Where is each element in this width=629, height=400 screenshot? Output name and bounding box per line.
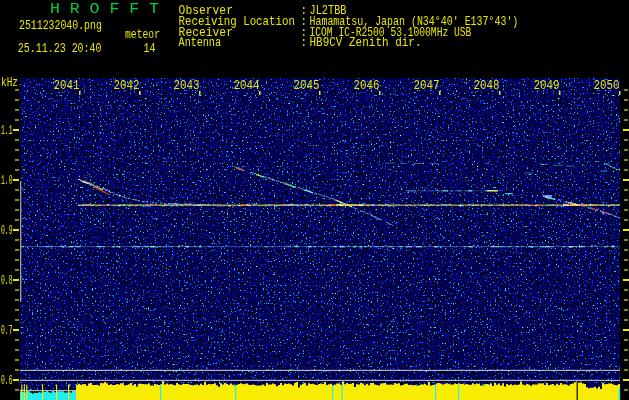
- svg-text:2042: 2042: [114, 78, 140, 92]
- svg-text:14: 14: [144, 42, 156, 55]
- svg-text:2047: 2047: [414, 78, 440, 92]
- svg-text:Antenna: Antenna: [179, 36, 222, 49]
- svg-text:2511232040.png: 2511232040.png: [19, 19, 102, 32]
- svg-text:0.7: 0.7: [1, 323, 12, 338]
- svg-text:H R O F F T: H R O F F T: [50, 0, 159, 17]
- svg-text:2049: 2049: [534, 78, 560, 92]
- svg-text:meteor: meteor: [125, 28, 160, 41]
- svg-text:2044: 2044: [234, 78, 260, 92]
- svg-text:HB9CV Zenith dir.: HB9CV Zenith dir.: [310, 35, 422, 49]
- svg-text:kHz: kHz: [1, 76, 18, 89]
- svg-text:0.6: 0.6: [1, 373, 12, 388]
- svg-text:1.1: 1.1: [1, 123, 12, 138]
- svg-text:1.0: 1.0: [1, 173, 12, 188]
- svg-text:2050: 2050: [594, 78, 620, 92]
- svg-text:2045: 2045: [294, 78, 320, 92]
- svg-text:2041: 2041: [54, 78, 80, 92]
- svg-text:2046: 2046: [354, 78, 380, 92]
- svg-text:0.9: 0.9: [1, 223, 12, 238]
- svg-text:2043: 2043: [174, 78, 200, 92]
- svg-text:25.11.23 20:40: 25.11.23 20:40: [18, 42, 102, 55]
- svg-text::: :: [301, 36, 307, 49]
- svg-text:2048: 2048: [474, 78, 500, 92]
- svg-text:0.8: 0.8: [1, 273, 12, 288]
